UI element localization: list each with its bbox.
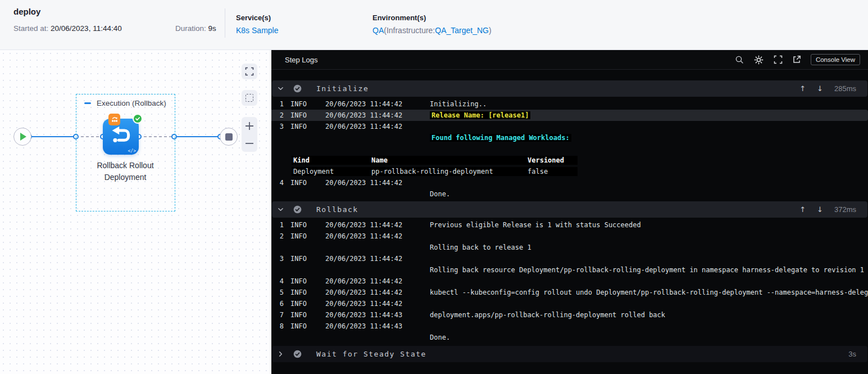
log-timestamp: 20/06/2023 11:44:42 xyxy=(325,277,410,285)
log-timestamp: 20/06/2023 11:44:42 xyxy=(325,232,410,240)
log-level: INFO xyxy=(290,111,325,119)
section-duration: 285ms xyxy=(834,84,856,93)
log-table-row: Deploymentpp-rollback-rolling-deployment… xyxy=(271,166,868,177)
log-section-title: Rollback xyxy=(316,205,358,214)
log-line: 1INFO20/06/2023 11:44:42Previous eligibl… xyxy=(271,219,868,231)
zoom-in-button[interactable] xyxy=(242,118,257,134)
step-logs-title: Step Logs xyxy=(285,56,318,64)
log-line: 1INFO20/06/2023 11:44:42Initializing.. xyxy=(271,98,868,110)
log-message: Release Name: [release1] xyxy=(430,111,868,119)
log-line: 7INFO20/06/2023 11:44:43deployment.apps/… xyxy=(271,309,868,321)
log-section-controls: ↑↓372ms xyxy=(799,205,856,214)
log-line: Rolling back to release 1 xyxy=(271,242,868,253)
step-success-check-icon xyxy=(293,350,302,358)
log-line: 2INFO20/06/2023 11:44:42Release Name: [r… xyxy=(271,110,868,121)
plus-icon xyxy=(244,121,255,131)
log-level: INFO xyxy=(290,300,325,308)
log-sections: Initialize↑↓285ms1INFO20/06/2023 11:44:4… xyxy=(271,70,868,362)
log-message: Previous eligible Release is 1 with stat… xyxy=(430,221,868,229)
line-number: 5 xyxy=(271,289,284,296)
execution-header: deploy Started at: 20/06/2023, 11:44:40 … xyxy=(0,0,868,50)
zoom-out-button[interactable] xyxy=(242,136,257,151)
line-number: 4 xyxy=(271,277,284,285)
log-timestamp: 20/06/2023 11:44:42 xyxy=(325,221,410,229)
edge-group-to-end xyxy=(174,136,220,137)
log-line: 3INFO20/06/2023 11:44:42 xyxy=(271,253,868,264)
workload-cell: pp-rollback-rolling-deployment xyxy=(371,168,528,175)
log-level: INFO xyxy=(290,289,325,296)
step-logs-panel: Step Logs Console View xyxy=(271,50,868,374)
line-number: 3 xyxy=(271,123,284,130)
log-message: Initializing.. xyxy=(430,100,868,108)
line-number: 2 xyxy=(271,232,284,240)
log-level: INFO xyxy=(290,221,325,229)
log-timestamp: 20/06/2023 11:44:42 xyxy=(325,100,410,108)
log-message: Found following Managed Workloads: xyxy=(430,134,868,142)
log-line: 8INFO20/06/2023 11:44:43 xyxy=(271,321,868,332)
open-in-new-icon[interactable] xyxy=(792,55,801,64)
line-number: 6 xyxy=(271,300,284,308)
canvas-fullscreen-button[interactable] xyxy=(242,64,257,79)
workload-cell: Deployment xyxy=(292,168,371,175)
log-message: deployment.apps/pp-rollback-rolling-depl… xyxy=(430,311,868,319)
console-view-button[interactable]: Console View xyxy=(811,54,860,65)
scroll-bottom-icon[interactable]: ↓ xyxy=(817,205,823,214)
chevron-right-icon xyxy=(278,351,285,357)
scroll-top-icon[interactable]: ↑ xyxy=(799,84,806,93)
started-at-value: 20/06/2023, 11:44:40 xyxy=(51,24,122,33)
log-timestamp: 20/06/2023 11:44:42 xyxy=(325,300,410,308)
service-link[interactable]: K8s Sample xyxy=(236,26,278,35)
start-node[interactable] xyxy=(13,128,31,146)
line-number: 4 xyxy=(271,179,284,187)
header-divider xyxy=(225,8,225,38)
duration-value: 9s xyxy=(208,24,216,33)
log-level: INFO xyxy=(290,322,325,330)
log-level: INFO xyxy=(290,311,325,319)
section-duration: 372ms xyxy=(834,205,856,214)
log-message: Done. xyxy=(430,190,868,198)
log-table-row: KindNameVersioned xyxy=(271,155,868,166)
log-line: 4INFO20/06/2023 11:44:42 xyxy=(271,177,868,188)
log-section-header-rollback[interactable]: Rollback↑↓372ms xyxy=(272,201,867,218)
started-at-label: Started at: xyxy=(13,24,48,33)
log-line: Done. xyxy=(271,332,868,343)
pipeline-title: deploy xyxy=(13,7,40,16)
execution-screen: deploy Started at: 20/06/2023, 11:44:40 … xyxy=(0,0,868,374)
success-check-icon xyxy=(133,114,143,124)
section-duration: 3s xyxy=(848,350,856,358)
scroll-bottom-icon[interactable]: ↓ xyxy=(817,84,823,93)
end-node[interactable] xyxy=(220,128,238,146)
log-line: 5INFO20/06/2023 11:44:42kubectl --kubeco… xyxy=(271,287,868,298)
duration-label: Duration: xyxy=(175,24,206,33)
rollout-badge-icon xyxy=(108,114,120,125)
log-timestamp: 20/06/2023 11:44:42 xyxy=(325,289,410,296)
log-section-header-initialize[interactable]: Initialize↑↓285ms xyxy=(272,80,867,97)
expand-fullscreen-icon[interactable] xyxy=(774,55,783,64)
play-icon xyxy=(20,133,26,141)
settings-gear-icon[interactable] xyxy=(753,55,764,65)
log-level: INFO xyxy=(290,100,325,108)
line-number: 1 xyxy=(271,221,284,229)
log-level: INFO xyxy=(290,232,325,240)
rollback-step-node[interactable]: </> xyxy=(103,119,139,155)
stage-dash-icon xyxy=(84,102,91,104)
workload-column-header: Versioned xyxy=(528,156,578,164)
log-timestamp: 20/06/2023 11:44:42 xyxy=(325,255,410,263)
step-success-check-icon xyxy=(293,84,302,93)
log-line: Done. xyxy=(271,188,868,200)
environment-link[interactable]: QA(Infrastructure:QA_Target_NG) xyxy=(372,26,492,35)
fullscreen-icon xyxy=(245,67,254,76)
duration: Duration: 9s xyxy=(175,24,216,33)
log-section-header-wait-for-steady-state[interactable]: Wait for Steady State3s xyxy=(272,346,867,362)
started-at: Started at: 20/06/2023, 11:44:40 xyxy=(13,24,122,33)
scroll-top-icon[interactable]: ↑ xyxy=(799,205,806,214)
log-timestamp: 20/06/2023 11:44:42 xyxy=(325,179,410,187)
log-rows-initialize: 1INFO20/06/2023 11:44:42Initializing..2I… xyxy=(271,98,868,200)
line-number: 7 xyxy=(271,311,284,319)
canvas-select-button[interactable] xyxy=(242,90,257,106)
marquee-select-icon xyxy=(246,94,253,102)
line-number: 1 xyxy=(271,100,284,108)
search-icon[interactable] xyxy=(735,55,744,64)
undo-arrow-icon xyxy=(108,125,133,147)
pipeline-canvas[interactable]: Execution (Rollback) xyxy=(0,50,271,374)
